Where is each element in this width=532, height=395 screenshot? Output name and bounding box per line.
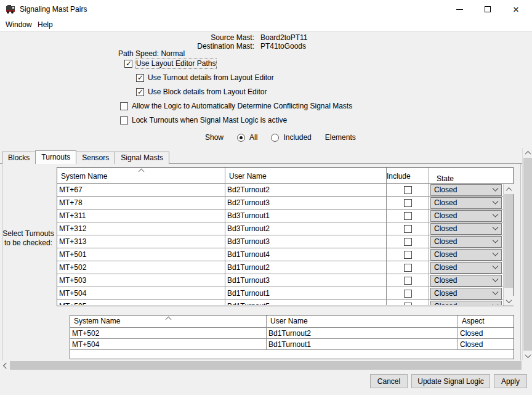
state-dropdown[interactable]: Closed: [430, 210, 502, 222]
header-aspect[interactable]: Aspect: [458, 316, 514, 327]
include-checkbox[interactable]: [404, 212, 412, 220]
table-row[interactable]: MT+503 Bd1Turnout3 Closed: [57, 274, 503, 287]
cell-system-name: MT+313: [57, 235, 225, 248]
state-dropdown[interactable]: Closed: [430, 288, 502, 299]
state-dropdown-value: Closed: [434, 263, 457, 272]
scroll-left-button[interactable]: [0, 360, 10, 370]
cell-include: [387, 222, 429, 235]
header-user-name[interactable]: User Name: [225, 168, 387, 183]
cell-user-name: Bd1Turnout1: [267, 339, 458, 349]
table-row[interactable]: MT+311 Bd3Turnout1 Closed: [57, 210, 503, 222]
menu-window[interactable]: Window: [3, 18, 34, 31]
scrollbar-thumb[interactable]: [504, 194, 513, 288]
radio-all[interactable]: [237, 134, 245, 142]
header-state[interactable]: State: [429, 168, 503, 183]
table-row[interactable]: MT+312 Bd3Turnout2 Closed: [57, 222, 503, 235]
state-dropdown[interactable]: Closed: [430, 236, 502, 248]
turnouts-table-body: MT+67 Bd2Turnout2 Closed MT+78 Bd: [57, 184, 503, 305]
checkbox-label: Use Turnout details from Layout Editor: [148, 74, 274, 82]
apply-button[interactable]: Apply: [494, 374, 527, 388]
checkbox-icon[interactable]: [120, 102, 128, 110]
table-row[interactable]: MT+505 Bd1Turnout5 Closed: [57, 300, 503, 305]
cell-state: Closed: [429, 261, 503, 274]
scrollbar-thumb[interactable]: [523, 158, 532, 351]
state-dropdown[interactable]: Closed: [430, 223, 502, 235]
minimize-button[interactable]: [445, 0, 474, 18]
checkbox-icon[interactable]: [124, 60, 132, 68]
cell-system-name: MT+503: [57, 274, 225, 287]
cell-system-name: MT+78: [57, 197, 225, 209]
cell-system-name: MT+504: [70, 339, 267, 349]
scroll-down-button[interactable]: [523, 351, 532, 360]
destination-mast-value: PT41toGoods: [260, 42, 306, 51]
cell-system-name: MT+312: [57, 222, 225, 235]
panel-vertical-scrollbar[interactable]: [522, 148, 532, 360]
tab[interactable]: Signal Masts: [115, 152, 169, 164]
path-speed-label: Path Speed: Normal: [118, 49, 185, 58]
scroll-up-button[interactable]: [523, 148, 532, 158]
menu-help[interactable]: Help: [35, 18, 55, 31]
checkbox-use-turnout-details[interactable]: Use Turnout details from Layout Editor: [136, 73, 274, 83]
cell-state: Closed: [429, 222, 503, 235]
table-row[interactable]: MT+504 Bd1Turnout1 Closed: [70, 339, 514, 350]
state-dropdown-value: Closed: [434, 237, 457, 246]
show-elements-label: Elements: [325, 133, 356, 142]
include-checkbox[interactable]: [404, 225, 412, 233]
aspect-table-header: System Name User Name Aspect: [70, 316, 514, 328]
update-signal-logic-button[interactable]: Update Signal Logic: [411, 374, 490, 388]
radio-included[interactable]: [271, 134, 279, 142]
table-vertical-scrollbar[interactable]: [503, 184, 513, 306]
tab[interactable]: Blocks: [2, 152, 36, 164]
table-row[interactable]: MT+78 Bd2Turnout3 Closed: [57, 197, 503, 210]
table-row[interactable]: MT+67 Bd2Turnout2 Closed: [57, 184, 503, 197]
include-checkbox[interactable]: [404, 277, 412, 285]
state-dropdown-value: Closed: [434, 276, 457, 285]
table-row[interactable]: MT+504 Bd1Turnout1 Closed: [57, 287, 503, 300]
header-include[interactable]: Include: [387, 168, 429, 183]
checkbox-lock-turnouts[interactable]: Lock Turnouts when Signal Mast Logic is …: [120, 116, 287, 125]
state-dropdown[interactable]: Closed: [430, 301, 502, 306]
scrollbar-thumb[interactable]: [10, 361, 522, 370]
close-icon: ×: [513, 4, 519, 15]
dropdown-chevron-icon: [493, 198, 499, 204]
state-dropdown[interactable]: Closed: [430, 262, 502, 274]
include-checkbox[interactable]: [404, 264, 412, 272]
include-checkbox[interactable]: [404, 186, 412, 194]
dropdown-chevron-icon: [493, 275, 499, 282]
scroll-down-button[interactable]: [504, 296, 514, 306]
checkbox-use-layout-editor-paths[interactable]: Use Layout Editor Paths: [124, 59, 216, 68]
maximize-button[interactable]: [474, 0, 502, 18]
table-row[interactable]: MT+502 Bd1Turnout2 Closed: [57, 261, 503, 274]
state-dropdown[interactable]: Closed: [430, 197, 502, 209]
cell-include: [387, 248, 429, 261]
dropdown-chevron-icon: [493, 263, 499, 269]
header-user-name[interactable]: User Name: [267, 316, 458, 327]
close-button[interactable]: ×: [502, 0, 530, 18]
cell-include: [387, 274, 429, 287]
state-dropdown[interactable]: Closed: [430, 249, 502, 261]
include-checkbox[interactable]: [404, 251, 412, 259]
state-dropdown[interactable]: Closed: [430, 184, 502, 196]
scroll-up-button[interactable]: [504, 184, 514, 194]
tab[interactable]: Sensors: [76, 152, 115, 164]
checkbox-icon[interactable]: [136, 88, 144, 96]
include-checkbox[interactable]: [404, 303, 412, 306]
cell-user-name: Bd1Turnout3: [225, 274, 387, 287]
cancel-button[interactable]: Cancel: [370, 374, 408, 388]
include-checkbox[interactable]: [404, 290, 412, 298]
panel-horizontal-scrollbar[interactable]: [0, 360, 522, 370]
state-dropdown[interactable]: Closed: [430, 275, 502, 287]
include-checkbox[interactable]: [404, 238, 412, 246]
checkbox-allow-logic-conflicting-masts[interactable]: Allow the Logic to Automatically Determi…: [120, 102, 352, 111]
checkbox-label: Lock Turnouts when Signal Mast Logic is …: [132, 116, 287, 124]
checkbox-icon[interactable]: [136, 74, 144, 82]
table-row[interactable]: MT+313 Bd3Turnout3 Closed: [57, 235, 503, 248]
checkbox-label: Use Block details from Layout Editor: [148, 88, 267, 96]
table-row[interactable]: MT+501 Bd1Turnout4 Closed: [57, 248, 503, 261]
tab[interactable]: Turnouts: [35, 150, 76, 164]
tab-bar: Blocks Turnouts Sensors Signal Masts: [2, 151, 169, 164]
include-checkbox[interactable]: [404, 199, 412, 207]
checkbox-icon[interactable]: [120, 116, 128, 124]
checkbox-use-block-details[interactable]: Use Block details from Layout Editor: [136, 88, 267, 97]
table-row[interactable]: MT+502 Bd1Turnout2 Closed: [70, 328, 514, 339]
